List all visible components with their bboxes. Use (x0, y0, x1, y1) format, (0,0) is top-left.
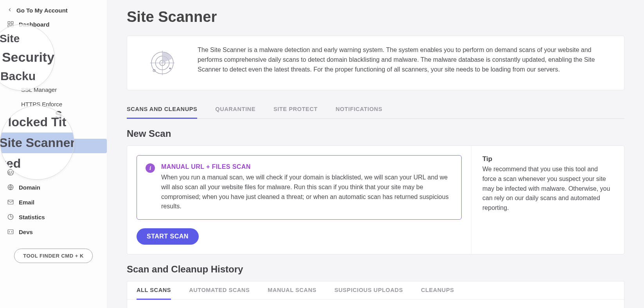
code-icon (7, 228, 14, 235)
main-content: Site Scanner The Site Scanner is a malwa… (107, 0, 644, 308)
history-tab-automated[interactable]: AUTOMATED SCANS (189, 281, 250, 300)
manual-scan-title: MANUAL URL + FILES SCAN (161, 163, 453, 170)
sidebar-item-label: Domain (19, 184, 40, 191)
go-to-my-account-link[interactable]: Go To My Account (0, 4, 107, 17)
tab-site-protect[interactable]: SITE PROTECT (273, 100, 318, 119)
tip-title: Tip (482, 155, 613, 163)
intro-text: The Site Scanner is a malware detection … (198, 45, 612, 74)
history-tab-cleanups[interactable]: CLEANUPS (421, 281, 454, 300)
history-tabs: ALL SCANS AUTOMATED SCANS MANUAL SCANS S… (127, 281, 624, 300)
svg-point-14 (153, 70, 155, 72)
history-tab-manual[interactable]: MANUAL SCANS (268, 281, 317, 300)
new-scan-heading: New Scan (127, 128, 624, 139)
tab-scans-cleanups[interactable]: SCANS AND CLEANUPS (127, 100, 197, 119)
svg-rect-2 (8, 25, 10, 27)
arrow-left-icon (7, 7, 13, 14)
history-heading: Scan and Cleanup History (127, 264, 624, 275)
new-scan-card: i MANUAL URL + FILES SCAN When you run a… (127, 145, 624, 254)
globe-icon (7, 184, 14, 191)
manual-scan-box: i MANUAL URL + FILES SCAN When you run a… (137, 155, 462, 220)
info-icon: i (146, 163, 155, 173)
svg-rect-8 (8, 230, 13, 234)
sidebar-item-dashboard[interactable]: Dashboard (0, 17, 107, 32)
svg-point-15 (169, 68, 171, 69)
go-back-label: Go To My Account (16, 7, 68, 14)
sidebar: Go To My Account Dashboard SSL Manager H… (0, 0, 107, 308)
sidebar-item-label: Statistics (19, 214, 45, 220)
sidebar-item-label: Email (19, 199, 34, 206)
svg-rect-0 (8, 21, 10, 23)
chart-icon (7, 213, 14, 220)
tool-finder-button[interactable]: TOOL FINDER CMD + K (14, 249, 93, 263)
subnav-ssl-manager[interactable]: SSL Manager (21, 82, 107, 97)
history-tab-suspicious[interactable]: SUSPICIOUS UPLOADS (335, 281, 403, 300)
sidebar-item-devs[interactable]: Devs (0, 224, 107, 239)
main-tabs: SCANS AND CLEANUPS QUARANTINE SITE PROTE… (127, 100, 624, 119)
dashboard-icon (7, 21, 14, 28)
svg-rect-1 (11, 21, 13, 23)
tab-quarantine[interactable]: QUARANTINE (215, 100, 255, 119)
history-card: ALL SCANS AUTOMATED SCANS MANUAL SCANS S… (127, 281, 624, 308)
svg-rect-6 (8, 200, 13, 204)
sidebar-item-email[interactable]: Email (0, 195, 107, 210)
tip-text: We recommend that you use this tool and … (482, 165, 613, 213)
magnified-text-suffix: s (55, 106, 62, 121)
sidebar-item-label: Dashboard (19, 21, 49, 28)
page-title: Site Scanner (127, 9, 624, 25)
subnav-https-enforce[interactable]: HTTPS Enforce (21, 97, 107, 111)
sidebar-item-label: Devs (19, 229, 33, 235)
history-tab-all[interactable]: ALL SCANS (137, 281, 171, 300)
sidebar-item-domain[interactable]: Domain (0, 180, 107, 195)
tab-notifications[interactable]: NOTIFICATIONS (336, 100, 383, 119)
history-empty-illustration (127, 300, 624, 308)
manual-scan-description: When you run a manual scan, we will chec… (161, 173, 453, 211)
wordpress-icon (7, 169, 14, 176)
tip-panel: Tip We recommend that you use this tool … (471, 146, 624, 254)
security-subnav: SSL Manager HTTPS Enforce Site Scanner (0, 82, 107, 153)
sidebar-item-statistics[interactable]: Statistics (0, 210, 107, 224)
intro-card: The Site Scanner is a malware detection … (127, 36, 624, 90)
mail-icon (7, 199, 14, 206)
subnav-site-scanner-active[interactable]: Site Scanner (4, 139, 107, 153)
sidebar-item-wordpress[interactable] (0, 165, 107, 180)
svg-rect-3 (11, 25, 13, 27)
radar-icon (139, 45, 186, 81)
start-scan-button[interactable]: START SCAN (137, 228, 199, 245)
